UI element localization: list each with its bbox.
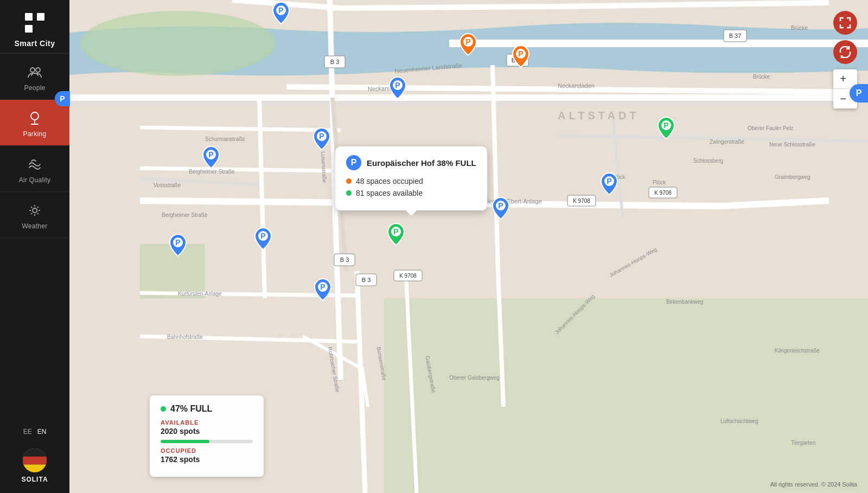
stats-available-section: AVAILABLE 2020 spots (161, 419, 253, 436)
svg-text:P: P (320, 283, 325, 291)
svg-text:Oberer Gaisbergweg: Oberer Gaisbergweg (449, 375, 500, 381)
parking-marker-blue-2[interactable]: P (388, 76, 407, 102)
svg-point-5 (31, 112, 39, 120)
svg-text:B 37: B 37 (729, 33, 742, 39)
svg-rect-19 (23, 449, 47, 457)
svg-text:B 3: B 3 (362, 277, 371, 283)
stats-full-label: 47% FULL (161, 404, 253, 414)
svg-text:P: P (663, 121, 668, 130)
popup-available-row: 81 spaces available (346, 189, 476, 197)
parking-marker-bottom-left[interactable]: P (314, 278, 332, 304)
available-dot (346, 190, 352, 196)
svg-text:Neckarstaden: Neckarstaden (558, 82, 595, 89)
svg-rect-20 (23, 457, 47, 465)
air-quality-icon (26, 156, 43, 173)
popup-occupied-text: 48 spaces occupied (356, 177, 423, 185)
popup-title-row: P Europäischer Hof 38% FULL (346, 155, 476, 170)
svg-text:Graimbergweg: Graimbergweg (775, 174, 810, 180)
app-title: Smart City (14, 39, 55, 48)
parking-marker-orange-2[interactable]: P (512, 44, 530, 71)
svg-text:Schlossberg: Schlossberg (693, 158, 723, 164)
solita-section: SOLITA (0, 442, 69, 493)
svg-point-8 (33, 208, 37, 213)
stats-dot (161, 406, 166, 412)
svg-text:P: P (175, 238, 180, 247)
svg-text:Bergheimer Straße: Bergheimer Straße (162, 212, 208, 218)
sidebar-item-weather-label: Weather (22, 222, 47, 230)
logo-area: Smart City (0, 0, 69, 54)
svg-text:Bahnhofstraße: Bahnhofstraße (167, 334, 203, 340)
parking-marker-blue-altstadt[interactable]: P (657, 116, 675, 142)
svg-text:K 9708: K 9708 (399, 273, 417, 279)
refresh-button[interactable] (833, 40, 857, 64)
parking-marker-europaeischer-hof[interactable]: P (312, 127, 331, 153)
parking-marker-fed[interactable]: P (492, 196, 510, 222)
svg-point-3 (30, 68, 35, 72)
lang-en[interactable]: EN (37, 428, 47, 436)
solita-label: SOLITA (21, 476, 48, 483)
svg-text:P: P (498, 201, 503, 210)
svg-line-16 (31, 213, 32, 214)
popup-available-text: 81 spaces available (356, 189, 423, 197)
svg-text:P: P (278, 6, 283, 15)
svg-text:K 9708: K 9708 (573, 198, 590, 204)
parking-marker-top[interactable]: P (272, 1, 290, 27)
svg-text:P: P (208, 150, 213, 159)
svg-line-13 (31, 207, 32, 208)
svg-text:P: P (607, 177, 611, 185)
svg-text:Birkenbankweg: Birkenbankweg (666, 299, 703, 305)
svg-text:Schurmanstraße: Schurmanstraße (205, 136, 245, 142)
svg-rect-0 (25, 13, 33, 21)
svg-text:Oberer Fauler Pelz: Oberer Fauler Pelz (748, 125, 793, 131)
sidebar-item-air-quality[interactable]: Air Quality (0, 146, 69, 192)
map-area: Neuenheimer Landstraße Neckarstaden Neck… (69, 0, 868, 493)
svg-text:Luftschachtweg: Luftschachtweg (720, 418, 758, 424)
occupied-dot (346, 178, 352, 184)
svg-text:Plöck: Plöck (653, 180, 666, 185)
svg-text:B 3: B 3 (330, 59, 340, 65)
svg-text:P: P (260, 232, 265, 240)
progress-bar (161, 440, 253, 443)
svg-line-14 (37, 213, 39, 214)
svg-text:K 9708: K 9708 (654, 190, 672, 196)
svg-text:Zwingerstraße: Zwingerstraße (710, 139, 744, 145)
svg-rect-2 (25, 25, 33, 33)
svg-text:Brücke: Brücke (753, 74, 770, 80)
svg-text:P: P (395, 81, 400, 89)
svg-text:P: P (393, 227, 398, 236)
people-icon (26, 63, 43, 81)
svg-rect-21 (23, 464, 47, 472)
right-edge-parking-marker[interactable]: P (850, 84, 868, 103)
parking-marker-left-3[interactable]: P (169, 233, 187, 259)
lang-ee[interactable]: EE (23, 428, 32, 436)
svg-text:Vossstraße: Vossstraße (154, 182, 181, 188)
stats-occupied-value: 1762 spots (161, 455, 253, 464)
parking-marker-left-1[interactable]: P (202, 145, 220, 171)
sidebar: Smart City People (0, 0, 69, 493)
sidebar-item-air-quality-label: Air Quality (19, 176, 51, 184)
sidebar-item-parking[interactable]: Parking (0, 100, 69, 146)
weather-icon (26, 202, 43, 219)
zoom-in-button[interactable]: + (833, 69, 853, 89)
svg-text:B 3: B 3 (340, 257, 349, 263)
parking-marker-left-2[interactable]: P (254, 227, 272, 253)
parking-marker-orange-1[interactable]: P (459, 33, 477, 59)
sidebar-item-weather[interactable]: Weather (0, 192, 69, 238)
stats-occupied-section: OCCUPIED 1762 spots (161, 447, 253, 464)
expand-button[interactable] (833, 11, 857, 35)
stats-occupied-label: OCCUPIED (161, 447, 253, 454)
svg-text:Neue Schlosstraße: Neue Schlosstraße (769, 142, 815, 148)
stats-panel: 47% FULL AVAILABLE 2020 spots OCCUPIED 1… (150, 395, 264, 477)
svg-line-15 (37, 207, 39, 208)
stats-full-text: 47% FULL (170, 404, 212, 414)
language-selector[interactable]: EE EN (23, 421, 47, 442)
popup-badge: P (346, 155, 361, 170)
svg-point-23 (80, 11, 276, 76)
svg-text:P: P (465, 37, 470, 46)
stats-available-label: AVAILABLE (161, 419, 253, 426)
parking-marker-green-1[interactable]: P (387, 222, 405, 248)
progress-bar-fill (161, 440, 209, 443)
parking-marker-plock[interactable]: P (600, 172, 618, 198)
svg-text:Klingenteichstraße: Klingenteichstraße (775, 348, 820, 354)
parking-icon (26, 110, 43, 127)
